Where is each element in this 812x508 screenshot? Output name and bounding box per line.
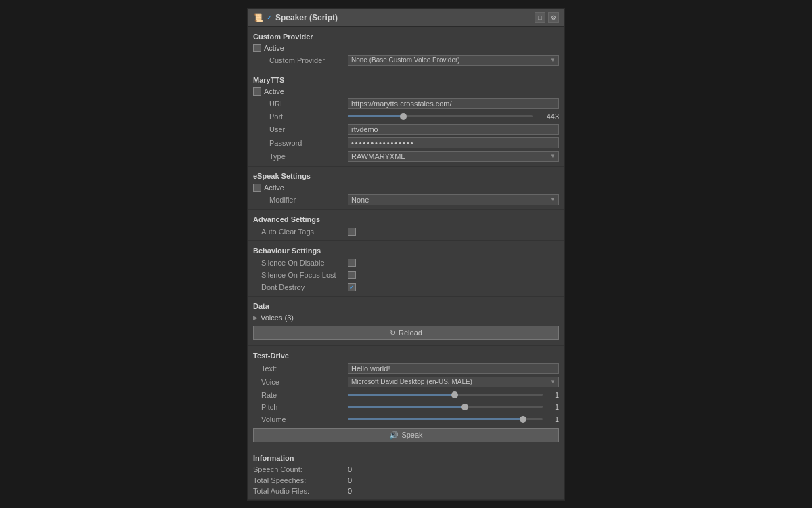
marytts-port-fill — [348, 115, 403, 117]
marytts-port-row: Port 443 — [253, 110, 559, 123]
marytts-url-value: https://marytts.crosstales.com/ — [351, 100, 452, 108]
test-volume-slider-container: 1 — [348, 415, 559, 423]
voices-collapse-row: ▶ Voices (3) — [253, 312, 559, 323]
silence-focus-checkbox[interactable] — [348, 271, 356, 279]
custom-provider-label: Custom Provider — [253, 56, 348, 64]
marytts-port-thumb[interactable] — [400, 113, 407, 120]
test-pitch-fill — [348, 406, 465, 408]
espeak-modifier-label: Modifier — [253, 196, 348, 204]
auto-clear-checkbox[interactable] — [348, 228, 356, 236]
test-drive-title: Test-Drive — [253, 349, 559, 362]
speech-count-row: Speech Count: 0 — [253, 464, 559, 475]
custom-provider-active-checkbox[interactable] — [253, 44, 261, 52]
custom-provider-title: Custom Provider — [253, 30, 559, 43]
dont-destroy-checkbox[interactable] — [348, 283, 356, 291]
test-volume-track[interactable] — [348, 418, 543, 420]
test-volume-row: Volume 1 — [253, 413, 559, 425]
test-pitch-track[interactable] — [348, 406, 543, 408]
espeak-modifier-row: Modifier None ▼ — [253, 193, 559, 207]
custom-provider-active-row: Active — [253, 43, 559, 54]
test-volume-value: 1 — [545, 415, 559, 423]
behaviour-section: Behaviour Settings Silence On Disable Si… — [248, 241, 564, 297]
test-rate-row: Rate 1 — [253, 389, 559, 401]
panel-title: Speaker (Script) — [275, 13, 338, 22]
silence-focus-row: Silence On Focus Lost — [253, 269, 559, 281]
panel-header: 📜 ✓ Speaker (Script) □ ⚙ — [248, 9, 564, 27]
test-voice-arrow: ▼ — [550, 379, 556, 385]
marytts-password-input[interactable]: •••••••••••••••• — [348, 137, 559, 148]
espeak-modifier-dropdown[interactable]: None ▼ — [348, 194, 559, 205]
header-left: 📜 ✓ Speaker (Script) — [253, 13, 338, 22]
voices-collapse-arrow[interactable]: ▶ — [253, 314, 258, 321]
silence-disable-checkbox[interactable] — [348, 259, 356, 267]
espeak-active-checkbox[interactable] — [253, 184, 261, 192]
marytts-active-row: Active — [253, 86, 559, 97]
marytts-title: MaryTTS — [253, 73, 559, 86]
silence-focus-label: Silence On Focus Lost — [253, 271, 348, 279]
total-speeches-label: Total Speeches: — [253, 476, 348, 484]
test-voice-value: Microsoft David Desktop (en-US, MALE) — [351, 378, 472, 385]
custom-provider-dropdown-value: None (Base Custom Voice Provider) — [351, 56, 460, 64]
marytts-active-checkbox[interactable] — [253, 87, 261, 96]
marytts-user-label: User — [253, 125, 348, 133]
marytts-type-arrow: ▼ — [550, 153, 556, 159]
dont-destroy-label: Dont Destroy — [253, 283, 348, 291]
espeak-title: eSpeak Settings — [253, 169, 559, 182]
test-pitch-row: Pitch 1 — [253, 401, 559, 413]
custom-provider-dropdown-arrow: ▼ — [550, 57, 556, 63]
marytts-type-label: Type — [253, 152, 348, 161]
custom-provider-field-row: Custom Provider None (Base Custom Voice … — [253, 54, 559, 67]
marytts-password-label: Password — [253, 139, 348, 147]
silence-disable-label: Silence On Disable — [253, 259, 348, 267]
marytts-type-dropdown[interactable]: RAWMARYXML ▼ — [348, 151, 559, 162]
check-icon: ✓ — [267, 14, 272, 21]
test-voice-label: Voice — [253, 378, 348, 386]
test-text-label: Text: — [253, 364, 348, 373]
test-text-input[interactable]: Hello world! — [348, 363, 559, 374]
marytts-port-label: Port — [253, 112, 348, 121]
marytts-url-label: URL — [253, 100, 348, 108]
marytts-user-input[interactable]: rtvdemo — [348, 124, 559, 135]
test-voice-row: Voice Microsoft David Desktop (en-US, MA… — [253, 375, 559, 389]
test-pitch-value: 1 — [545, 403, 559, 411]
silence-disable-row: Silence On Disable — [253, 257, 559, 269]
test-rate-slider-container: 1 — [348, 391, 559, 399]
espeak-active-label: Active — [264, 184, 284, 192]
marytts-url-input[interactable]: https://marytts.crosstales.com/ — [348, 98, 559, 109]
test-rate-thumb[interactable] — [451, 391, 458, 398]
espeak-section: eSpeak Settings Active Modifier None ▼ — [248, 167, 564, 210]
reload-button[interactable]: ↻ Reload — [253, 326, 559, 340]
reload-icon: ↻ — [390, 329, 396, 337]
test-rate-label: Rate — [253, 391, 348, 399]
custom-provider-active-label: Active — [264, 44, 284, 52]
dont-destroy-row: Dont Destroy — [253, 281, 559, 293]
marytts-port-track[interactable] — [348, 115, 533, 117]
test-rate-track[interactable] — [348, 394, 543, 396]
speak-icon: 🔊 — [389, 431, 399, 440]
marytts-user-row: User rtvdemo — [253, 123, 559, 136]
total-audio-label: Total Audio Files: — [253, 487, 348, 495]
auto-clear-label: Auto Clear Tags — [253, 228, 348, 236]
auto-clear-row: Auto Clear Tags — [253, 226, 559, 238]
voices-label: Voices (3) — [261, 314, 294, 322]
marytts-user-value: rtvdemo — [351, 125, 378, 133]
test-volume-thumb[interactable] — [520, 416, 526, 423]
test-voice-dropdown[interactable]: Microsoft David Desktop (en-US, MALE) ▼ — [348, 377, 559, 387]
marytts-type-value: RAWMARYXML — [351, 152, 405, 161]
settings-button[interactable]: ⚙ — [548, 12, 559, 23]
info-button[interactable]: □ — [535, 12, 545, 23]
script-icon: 📜 — [253, 13, 263, 22]
speech-count-label: Speech Count: — [253, 465, 348, 473]
test-text-row: Text: Hello world! — [253, 362, 559, 375]
data-title: Data — [253, 299, 559, 312]
speak-button[interactable]: 🔊 Speak — [253, 428, 559, 442]
custom-provider-dropdown[interactable]: None (Base Custom Voice Provider) ▼ — [348, 55, 559, 66]
test-rate-value: 1 — [545, 391, 559, 399]
marytts-password-row: Password •••••••••••••••• — [253, 136, 559, 150]
marytts-port-value: 443 — [535, 112, 559, 121]
test-pitch-thumb[interactable] — [461, 404, 468, 410]
information-section: Information Speech Count: 0 Total Speech… — [248, 448, 564, 500]
speak-label: Speak — [401, 431, 422, 439]
espeak-active-row: Active — [253, 182, 559, 193]
total-speeches-value: 0 — [348, 476, 352, 484]
